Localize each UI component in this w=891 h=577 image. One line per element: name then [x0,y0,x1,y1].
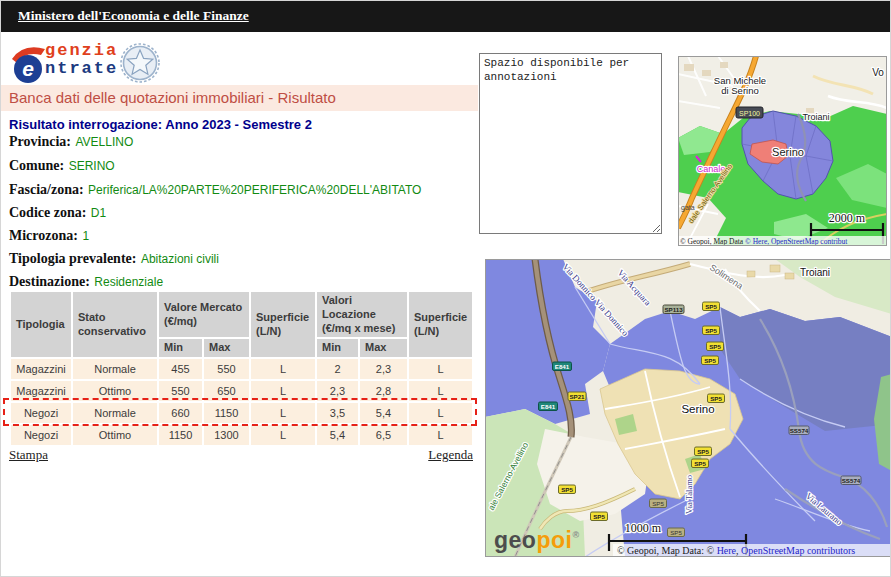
field-value: SERINO [69,159,115,173]
field-provincia: Provincia: AVELLINO [9,132,133,150]
cell-vl-max: 6,5 [360,425,407,445]
badge-label: SP5 [709,343,721,350]
page-title: Banca dati delle quotazioni immobiliari … [1,85,478,111]
badge-label: SP5 [704,357,716,364]
col-header-superficie-2: Superficie (L/N) [409,292,472,357]
table-row: MagazziniOttimo550650L2,32,8L [11,381,472,401]
cell-vm-min: 550 [159,381,202,401]
col-header-max: Max [360,339,407,357]
legenda-link[interactable]: Legenda [403,447,473,463]
ministry-bar: Ministero dell'Economia e delle Finanze [1,1,891,32]
scale-label: 2000 m [829,211,866,225]
field-label: Microzona: [9,228,78,243]
badge-label: E841 [541,403,556,410]
attribution-link-osm[interactable]: OpenStreetMap contributors [741,545,855,556]
annotations-textarea[interactable]: Spazio disponibile per annotazioni [479,53,662,234]
field-fascia-zona: Fascia/zona: Periferica/LA%20PARTE%20PER… [9,180,421,198]
col-header-valori-locazione: Valori Locazione (€/mq x mese) [317,292,407,337]
col-header-superficie-1: Superficie (L/N) [251,292,315,357]
road-badge-sp21: SP21 [568,392,586,401]
logo-e-letter: e [22,57,34,80]
detail-map[interactable]: Via Donnico Via Donnico Via Acquara Soli… [485,259,891,557]
table-row: MagazziniNormale455550L22,3L [11,359,472,379]
col-header-min: Min [317,339,358,357]
cell-sup2: L [409,359,472,379]
italy-emblem-icon [119,42,161,84]
field-label: Comune: [9,158,64,173]
cell-vl-max: 2,8 [360,381,407,401]
cell-vl-min: 5,4 [317,425,358,445]
attribution-link[interactable]: © Here, OpenStreetMap contribut [745,237,848,246]
field-label: Tipologia prevalente: [9,251,136,266]
badge-label: SP5 [705,303,717,310]
cell-stato: Ottimo [73,425,157,445]
cell-vm-min: 1150 [159,425,202,445]
badge-label: E841 [555,363,570,370]
agenzia-entrate-mark-icon: e [9,41,49,85]
cell-vm-min: 455 [159,359,202,379]
road-badge-sp5: SP5 [703,302,720,311]
badge-label: SP5 [652,500,664,507]
place-label-serino: Serino [772,146,804,158]
badge-label: SP5 [593,513,605,520]
map-attribution: © Geopoi, Map Data © Here, OpenStreetMap… [680,237,848,246]
field-comune: Comune: SERINO [9,156,115,174]
cell-vl-min: 2 [317,359,358,379]
road-badge-sp5: SP5 [695,447,712,456]
place-label-vo: Vo [872,67,884,78]
field-value: Residenziale [94,275,163,289]
place-label-troiani: Troiani [802,112,829,122]
cell-tipologia: Negozi [11,403,71,423]
cell-vm-max: 650 [204,381,249,401]
field-destinazione: Destinazione: Residenziale [9,272,163,290]
road-badge-ss574: SS574 [841,476,861,485]
col-header-valore-mercato: Valore Mercato (€/mq) [159,292,249,337]
col-header-stato: Stato conservativo [73,292,157,357]
field-label: Codice zona: [9,205,86,220]
col-header-max: Max [204,339,249,357]
road-badge-sp5: SP5 [703,326,720,335]
field-value: AVELLINO [75,135,133,149]
table-row: NegoziOttimo11501300L5,46,5L [11,425,472,445]
road-badge-sp5: SP5 [702,356,719,365]
stampa-link[interactable]: Stampa [9,447,48,463]
logo-poi: poi [536,527,572,553]
col-header-min: Min [159,339,202,357]
place-label-serino: Serino [681,403,714,415]
cell-sup2: L [409,403,472,423]
road-badge-sp5-muted: SP5 [650,499,667,508]
place-label-troiani: Troiani [800,267,830,278]
road-badge-sp100: SP100 [736,107,763,118]
street-label-via-talamo: Via Talamo [684,475,694,514]
attribution-text: © Geopoi, Map Data [680,237,745,246]
logo-text-agenzia: genzia [45,41,118,60]
cell-sup1: L [251,425,315,445]
badge-label: SP5 [710,395,722,402]
cell-tipologia: Magazzini [11,359,71,379]
badge-label: SP100 [739,110,760,117]
result-title: Risultato interrogazione: Anno 2023 - Se… [9,117,312,132]
badge-label: SP113 [664,306,683,313]
cell-sup2: L [409,425,472,445]
place-label-di-serino: di Serino [721,85,759,96]
badge-label: SP5 [705,327,717,334]
cell-stato: Normale [73,403,157,423]
cell-tipologia: Magazzini [11,381,71,401]
ministry-link[interactable]: Ministero dell'Economia e delle Finanze [18,8,249,24]
overview-map[interactable]: San Michele di Serino SP100 Troiani Seri… [678,56,887,246]
cell-sup1: L [251,403,315,423]
attribution-link-here[interactable]: Here [717,545,737,556]
field-label: Provincia: [9,134,71,149]
cell-stato: Normale [73,359,157,379]
road-badge-ss574: SS574 [789,426,809,435]
road-badge-sp113: SP113 [663,305,684,314]
road-badge-sp5: SP5 [707,342,724,351]
logo-geo: geo [494,527,536,553]
badge-label: SP5 [694,460,706,467]
road-badge-sp5-muted: SP5 [668,528,685,537]
road-badge-e841: E841 [553,362,572,371]
road-badge-sp5: SP5 [559,485,576,494]
badge-label: SP5 [561,486,573,493]
road-badge-e841: E841 [539,402,558,411]
badge-label: SP5 [697,448,709,455]
